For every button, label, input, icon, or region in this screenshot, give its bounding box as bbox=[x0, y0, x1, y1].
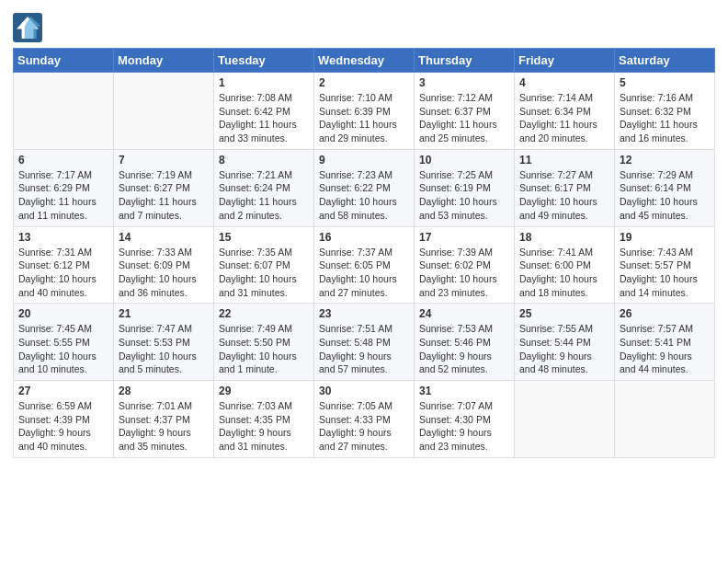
calendar-header-thursday: Thursday bbox=[415, 49, 515, 73]
day-number: 29 bbox=[219, 385, 309, 397]
day-detail: Sunrise: 7:03 AM Sunset: 4:35 PM Dayligh… bbox=[219, 399, 309, 454]
day-detail: Sunrise: 7:47 AM Sunset: 5:53 PM Dayligh… bbox=[119, 322, 209, 376]
day-detail: Sunrise: 7:29 AM Sunset: 6:14 PM Dayligh… bbox=[620, 168, 710, 223]
day-detail: Sunrise: 7:14 AM Sunset: 6:34 PM Dayligh… bbox=[519, 91, 609, 145]
day-detail: Sunrise: 7:35 AM Sunset: 6:07 PM Dayligh… bbox=[219, 246, 309, 300]
calendar-header-wednesday: Wednesday bbox=[314, 49, 415, 73]
day-detail: Sunrise: 7:41 AM Sunset: 6:00 PM Dayligh… bbox=[519, 246, 609, 300]
calendar-cell: 13Sunrise: 7:31 AM Sunset: 6:12 PM Dayli… bbox=[14, 226, 114, 304]
day-number: 17 bbox=[419, 231, 509, 244]
day-number: 27 bbox=[18, 385, 108, 397]
calendar-cell bbox=[615, 381, 715, 458]
calendar-cell: 14Sunrise: 7:33 AM Sunset: 6:09 PM Dayli… bbox=[114, 226, 214, 304]
calendar-cell: 20Sunrise: 7:45 AM Sunset: 5:55 PM Dayli… bbox=[14, 304, 114, 381]
day-number: 12 bbox=[620, 154, 710, 167]
calendar-cell: 23Sunrise: 7:51 AM Sunset: 5:48 PM Dayli… bbox=[314, 304, 415, 381]
day-detail: Sunrise: 7:31 AM Sunset: 6:12 PM Dayligh… bbox=[18, 246, 108, 300]
day-number: 9 bbox=[319, 154, 409, 167]
calendar-cell bbox=[14, 73, 114, 150]
calendar-cell bbox=[114, 73, 214, 150]
day-number: 22 bbox=[219, 307, 309, 320]
calendar-cell: 18Sunrise: 7:41 AM Sunset: 6:00 PM Dayli… bbox=[515, 226, 615, 304]
day-detail: Sunrise: 7:53 AM Sunset: 5:46 PM Dayligh… bbox=[419, 322, 509, 376]
day-detail: Sunrise: 7:43 AM Sunset: 5:57 PM Dayligh… bbox=[620, 246, 710, 300]
calendar-cell bbox=[515, 381, 615, 458]
day-detail: Sunrise: 7:12 AM Sunset: 6:37 PM Dayligh… bbox=[419, 91, 509, 145]
calendar-cell: 5Sunrise: 7:16 AM Sunset: 6:32 PM Daylig… bbox=[615, 73, 715, 150]
day-number: 26 bbox=[620, 307, 710, 320]
day-detail: Sunrise: 7:55 AM Sunset: 5:44 PM Dayligh… bbox=[519, 322, 609, 376]
calendar-cell: 22Sunrise: 7:49 AM Sunset: 5:50 PM Dayli… bbox=[214, 304, 314, 381]
calendar-cell: 3Sunrise: 7:12 AM Sunset: 6:37 PM Daylig… bbox=[415, 73, 515, 150]
day-number: 2 bbox=[319, 76, 409, 89]
day-detail: Sunrise: 7:45 AM Sunset: 5:55 PM Dayligh… bbox=[18, 322, 108, 376]
day-number: 21 bbox=[119, 307, 209, 320]
calendar-cell: 7Sunrise: 7:19 AM Sunset: 6:27 PM Daylig… bbox=[114, 149, 214, 226]
main-container: SundayMondayTuesdayWednesdayThursdayFrid… bbox=[0, 0, 728, 467]
day-number: 10 bbox=[419, 154, 509, 167]
day-detail: Sunrise: 7:51 AM Sunset: 5:48 PM Dayligh… bbox=[319, 322, 409, 376]
day-detail: Sunrise: 7:27 AM Sunset: 6:17 PM Dayligh… bbox=[519, 168, 609, 223]
calendar-cell: 1Sunrise: 7:08 AM Sunset: 6:42 PM Daylig… bbox=[214, 73, 314, 150]
day-detail: Sunrise: 7:21 AM Sunset: 6:24 PM Dayligh… bbox=[219, 168, 309, 223]
day-number: 25 bbox=[519, 307, 609, 320]
day-number: 16 bbox=[319, 231, 409, 244]
calendar-cell: 9Sunrise: 7:23 AM Sunset: 6:22 PM Daylig… bbox=[314, 149, 415, 226]
calendar-cell: 28Sunrise: 7:01 AM Sunset: 4:37 PM Dayli… bbox=[114, 381, 214, 458]
day-detail: Sunrise: 7:57 AM Sunset: 5:41 PM Dayligh… bbox=[620, 322, 710, 376]
day-number: 1 bbox=[219, 76, 309, 89]
calendar-cell: 31Sunrise: 7:07 AM Sunset: 4:30 PM Dayli… bbox=[415, 381, 515, 458]
day-number: 28 bbox=[119, 385, 209, 397]
calendar-cell: 26Sunrise: 7:57 AM Sunset: 5:41 PM Dayli… bbox=[615, 304, 715, 381]
calendar-cell: 12Sunrise: 7:29 AM Sunset: 6:14 PM Dayli… bbox=[615, 149, 715, 226]
calendar-cell: 4Sunrise: 7:14 AM Sunset: 6:34 PM Daylig… bbox=[515, 73, 615, 150]
header bbox=[13, 9, 715, 42]
calendar-cell: 19Sunrise: 7:43 AM Sunset: 5:57 PM Dayli… bbox=[615, 226, 715, 304]
day-detail: Sunrise: 7:05 AM Sunset: 4:33 PM Dayligh… bbox=[319, 399, 409, 454]
day-number: 7 bbox=[119, 154, 209, 167]
calendar-week-0: 1Sunrise: 7:08 AM Sunset: 6:42 PM Daylig… bbox=[14, 73, 715, 150]
calendar-week-3: 20Sunrise: 7:45 AM Sunset: 5:55 PM Dayli… bbox=[14, 304, 715, 381]
day-detail: Sunrise: 7:49 AM Sunset: 5:50 PM Dayligh… bbox=[219, 322, 309, 376]
calendar-cell: 6Sunrise: 7:17 AM Sunset: 6:29 PM Daylig… bbox=[14, 149, 114, 226]
day-number: 24 bbox=[419, 307, 509, 320]
calendar-cell: 16Sunrise: 7:37 AM Sunset: 6:05 PM Dayli… bbox=[314, 226, 415, 304]
day-detail: Sunrise: 7:07 AM Sunset: 4:30 PM Dayligh… bbox=[419, 399, 509, 454]
day-number: 30 bbox=[319, 385, 409, 397]
day-number: 20 bbox=[18, 307, 108, 320]
calendar-cell: 29Sunrise: 7:03 AM Sunset: 4:35 PM Dayli… bbox=[214, 381, 314, 458]
day-number: 4 bbox=[519, 76, 609, 89]
calendar-week-4: 27Sunrise: 6:59 AM Sunset: 4:39 PM Dayli… bbox=[14, 381, 715, 458]
day-number: 19 bbox=[620, 231, 710, 244]
day-detail: Sunrise: 7:01 AM Sunset: 4:37 PM Dayligh… bbox=[119, 399, 209, 454]
calendar-cell: 10Sunrise: 7:25 AM Sunset: 6:19 PM Dayli… bbox=[415, 149, 515, 226]
day-detail: Sunrise: 7:23 AM Sunset: 6:22 PM Dayligh… bbox=[319, 168, 409, 223]
calendar-header-saturday: Saturday bbox=[615, 49, 715, 73]
day-number: 18 bbox=[519, 231, 609, 244]
day-detail: Sunrise: 7:16 AM Sunset: 6:32 PM Dayligh… bbox=[620, 91, 710, 145]
calendar-cell: 21Sunrise: 7:47 AM Sunset: 5:53 PM Dayli… bbox=[114, 304, 214, 381]
day-number: 15 bbox=[219, 231, 309, 244]
calendar-cell: 8Sunrise: 7:21 AM Sunset: 6:24 PM Daylig… bbox=[214, 149, 314, 226]
day-detail: Sunrise: 7:37 AM Sunset: 6:05 PM Dayligh… bbox=[319, 246, 409, 300]
calendar-table: SundayMondayTuesdayWednesdayThursdayFrid… bbox=[13, 48, 715, 458]
day-detail: Sunrise: 6:59 AM Sunset: 4:39 PM Dayligh… bbox=[18, 399, 108, 454]
day-detail: Sunrise: 7:33 AM Sunset: 6:09 PM Dayligh… bbox=[119, 246, 209, 300]
day-detail: Sunrise: 7:17 AM Sunset: 6:29 PM Dayligh… bbox=[18, 168, 108, 223]
day-number: 11 bbox=[519, 154, 609, 167]
day-number: 13 bbox=[18, 231, 108, 244]
calendar-cell: 15Sunrise: 7:35 AM Sunset: 6:07 PM Dayli… bbox=[214, 226, 314, 304]
calendar-cell: 2Sunrise: 7:10 AM Sunset: 6:39 PM Daylig… bbox=[314, 73, 415, 150]
day-detail: Sunrise: 7:39 AM Sunset: 6:02 PM Dayligh… bbox=[419, 246, 509, 300]
calendar-cell: 25Sunrise: 7:55 AM Sunset: 5:44 PM Dayli… bbox=[515, 304, 615, 381]
calendar-week-1: 6Sunrise: 7:17 AM Sunset: 6:29 PM Daylig… bbox=[14, 149, 715, 226]
calendar-week-2: 13Sunrise: 7:31 AM Sunset: 6:12 PM Dayli… bbox=[14, 226, 715, 304]
day-number: 23 bbox=[319, 307, 409, 320]
day-detail: Sunrise: 7:10 AM Sunset: 6:39 PM Dayligh… bbox=[319, 91, 409, 145]
calendar-cell: 11Sunrise: 7:27 AM Sunset: 6:17 PM Dayli… bbox=[515, 149, 615, 226]
day-number: 14 bbox=[119, 231, 209, 244]
calendar-cell: 30Sunrise: 7:05 AM Sunset: 4:33 PM Dayli… bbox=[314, 381, 415, 458]
day-number: 6 bbox=[18, 154, 108, 167]
calendar-header-monday: Monday bbox=[114, 49, 214, 73]
calendar-header-friday: Friday bbox=[515, 49, 615, 73]
